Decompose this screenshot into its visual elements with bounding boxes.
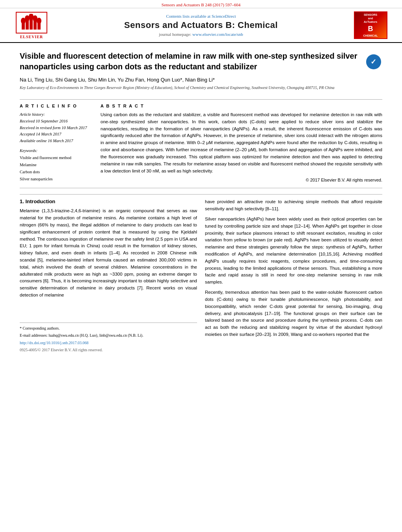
- main-content: 1. Introduction Melamine (1,3,5-triazine…: [20, 194, 382, 354]
- article-body: Visible and fluorescent detection of mel…: [0, 43, 402, 358]
- footnote-emails: E-mail addresses: luahq@swu.edu.cn (H.Q.…: [20, 332, 197, 338]
- divider-2: [20, 188, 382, 188]
- keywords-list: Visible and fluorescent method Melamine …: [20, 154, 93, 182]
- sensors-logo: SENSORS and AcTuators B CHEMICAL: [351, 11, 390, 39]
- keyword-1: Visible and fluorescent method: [20, 154, 93, 161]
- sensors-logo-line4: B: [368, 24, 373, 33]
- crossmark-symbol: ✓: [366, 54, 381, 69]
- divider-1: [20, 99, 382, 100]
- intro-paragraph1: Melamine (1,3,5-triazine-2,4,6-triamine)…: [20, 208, 197, 299]
- intro-paragraph3: Silver nanoparticles (AgNPs) have been w…: [205, 216, 382, 286]
- page-wrapper: Sensors and Actuators B 248 (2017) 597–6…: [0, 0, 402, 358]
- title-text-block: Visible and fluorescent detection of mel…: [20, 51, 359, 95]
- history-label: Article history:: [20, 111, 93, 118]
- footnote-doi: http://dx.doi.org/10.1016/j.snb.2017.03.…: [20, 340, 197, 346]
- info-abstract-row: A R T I C L E I N F O Article history: R…: [20, 104, 382, 182]
- article-info-header: A R T I C L E I N F O: [20, 104, 93, 108]
- keyword-2: Melamine: [20, 161, 93, 169]
- authors-text: Na Li, Ting Liu, Shi Gang Liu, Shu Min L…: [20, 77, 215, 83]
- crossmark: ✓: [365, 53, 382, 70]
- journal-header: ELSEVIER Contents lists available at Sci…: [0, 8, 402, 43]
- elsevier-logo-box: [16, 12, 47, 33]
- keyword-4: Silver nanoparticles: [20, 176, 93, 183]
- copyright: © 2017 Elsevier B.V. All rights reserved…: [100, 178, 382, 182]
- journal-title-center: Contents lists available at ScienceDirec…: [51, 14, 351, 37]
- abstract-header: A B S T R A C T: [100, 104, 382, 108]
- received-revised-date: Received in revised form 10 March 2017: [20, 125, 93, 132]
- journal-name: Sensors and Actuators B: Chemical: [51, 20, 351, 30]
- sensors-logo-line1: SENSORS: [364, 13, 377, 17]
- right-column: have provided an attractive route to ach…: [205, 198, 382, 354]
- contents-text: Contents lists available at: [166, 14, 210, 19]
- elsevier-text: ELSEVIER: [20, 35, 43, 39]
- sensors-logo-line2: and: [368, 17, 373, 20]
- abstract-section: A B S T R A C T Using carbon dots as the…: [100, 104, 382, 182]
- keywords-section: Keywords: Visible and fluorescent method…: [20, 148, 93, 182]
- keywords-label: Keywords:: [20, 148, 93, 153]
- keyword-3: Carbon dots: [20, 169, 93, 176]
- affiliation: Key Laboratory of Eco-Environments in Th…: [20, 85, 359, 91]
- elsevier-logo: ELSEVIER: [12, 12, 51, 39]
- received-date: Received 10 September 2016: [20, 118, 93, 125]
- homepage-line: journal homepage: www.elsevier.com/locat…: [51, 32, 351, 37]
- intro-paragraph4: Recently, tremendous attention has been …: [205, 289, 382, 338]
- available-date: Available online 16 March 2017: [20, 138, 93, 145]
- svg-point-9: [37, 18, 41, 24]
- homepage-link[interactable]: www.elsevier.com/locate/snb: [192, 32, 243, 37]
- article-info-col: A R T I C L E I N F O Article history: R…: [20, 104, 93, 182]
- sensors-logo-line5: CHEMICAL: [363, 34, 378, 37]
- footnote-section: * Corresponding authors. E-mail addresse…: [20, 323, 197, 353]
- left-column: 1. Introduction Melamine (1,3,5-triazine…: [20, 198, 197, 354]
- doi-link[interactable]: http://dx.doi.org/10.1016/j.snb.2017.03.…: [20, 341, 89, 345]
- science-direct-link[interactable]: ScienceDirect: [212, 14, 236, 19]
- article-title-section: Visible and fluorescent detection of mel…: [20, 47, 382, 95]
- article-title: Visible and fluorescent detection of mel…: [20, 51, 359, 72]
- journal-reference: Sensors and Actuators B 248 (2017) 597–6…: [162, 2, 240, 7]
- intro-paragraph2: have provided an attractive route to ach…: [205, 198, 382, 213]
- accepted-date: Accepted 14 March 2017: [20, 131, 93, 138]
- footnote-corresponding: * Corresponding authors.: [20, 325, 197, 331]
- intro-section-header: 1. Introduction: [20, 198, 197, 204]
- abstract-text: Using carbon dots as the reductant and s…: [100, 111, 382, 174]
- sensors-logo-img: SENSORS and AcTuators B CHEMICAL: [354, 11, 387, 39]
- intro-title: Introduction: [25, 198, 55, 204]
- contents-line: Contents lists available at ScienceDirec…: [51, 14, 351, 19]
- authors-line: Na Li, Ting Liu, Shi Gang Liu, Shu Min L…: [20, 77, 359, 83]
- top-bar: Sensors and Actuators B 248 (2017) 597–6…: [0, 0, 402, 8]
- intro-number: 1.: [20, 198, 24, 204]
- elsevier-tree-icon: [20, 14, 43, 32]
- article-history: Article history: Received 10 September 2…: [20, 111, 93, 145]
- homepage-label: journal homepage:: [159, 32, 191, 37]
- sensors-logo-line3: AcTuators: [364, 20, 377, 24]
- footnote-issn: 0925-4005/© 2017 Elsevier B.V. All right…: [20, 347, 197, 353]
